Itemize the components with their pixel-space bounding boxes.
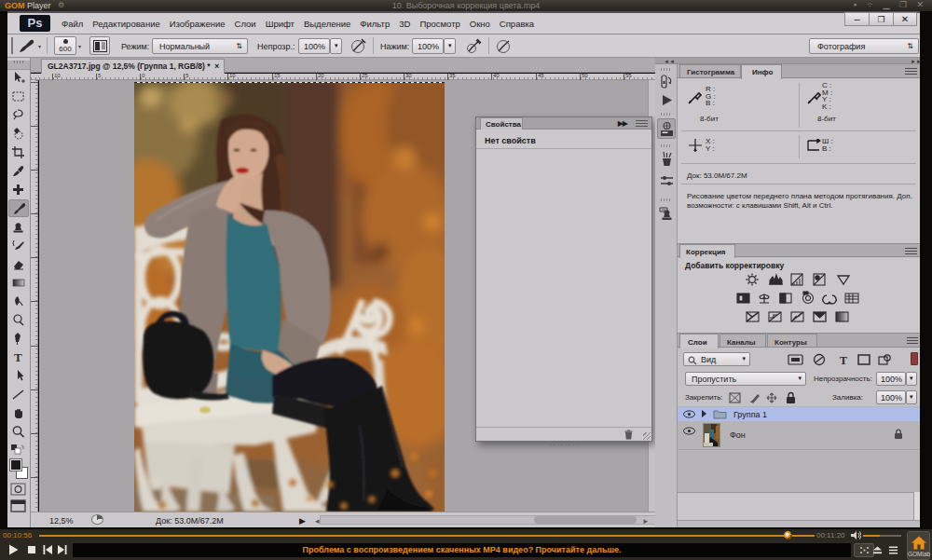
svg-text:T: T xyxy=(14,350,22,364)
svg-text:T: T xyxy=(840,354,847,367)
